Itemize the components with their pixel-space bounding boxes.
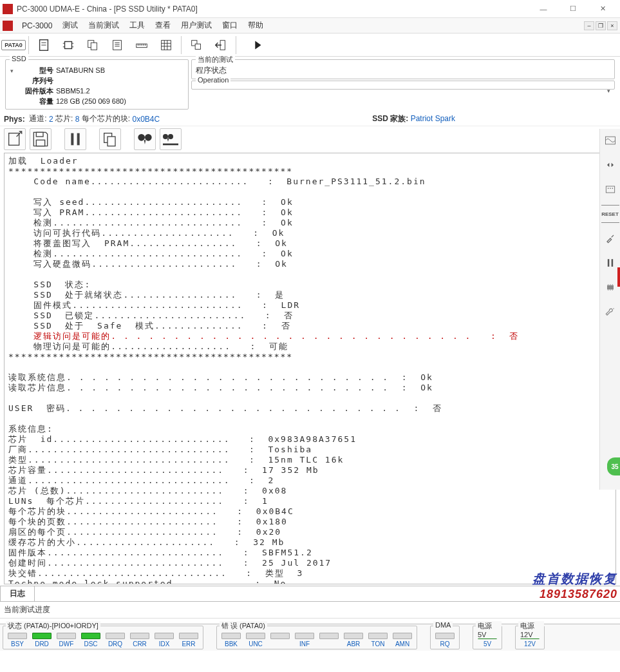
- svg-point-38: [607, 188, 608, 189]
- probe-icon[interactable]: [601, 229, 619, 247]
- chip-icon[interactable]: [57, 35, 79, 55]
- oscilloscope-icon[interactable]: [601, 131, 619, 149]
- menu-help[interactable]: 帮助: [243, 18, 268, 33]
- status-group-error: 错 误 (PATA0) BBKUNCINFABRTONAMN: [216, 626, 417, 649]
- find-icon[interactable]: [134, 128, 156, 150]
- dropdown-icon[interactable]: ▾: [604, 86, 613, 95]
- led-label: TON: [371, 640, 385, 648]
- tab-log[interactable]: 日志: [0, 586, 35, 601]
- led-label: ERR: [182, 640, 195, 648]
- led-TON: TON: [366, 633, 390, 648]
- main-toolbar: PATA0: [0, 34, 620, 57]
- ruler-icon[interactable]: [131, 35, 153, 55]
- copy-icon[interactable]: [99, 128, 121, 150]
- led-label: DRQ: [108, 640, 122, 648]
- led-label: CRR: [133, 640, 147, 648]
- find-next-icon[interactable]: [160, 128, 182, 150]
- led-indicator: [57, 633, 76, 639]
- watermark-line2: 18913587620: [532, 588, 617, 601]
- ssd-family-link[interactable]: Patriot Spark: [411, 114, 455, 123]
- green-badge[interactable]: 35: [607, 457, 620, 475]
- model-label: 型号: [17, 65, 56, 75]
- menu-tools[interactable]: 工具: [124, 18, 150, 33]
- current-test-box: 当前的测试 程序状态: [191, 59, 615, 79]
- menu-test[interactable]: 测试: [57, 18, 83, 33]
- led-DSC: DSC: [79, 633, 102, 648]
- current-test-legend: 当前的测试: [196, 55, 235, 64]
- pause-side-icon[interactable]: [601, 254, 619, 272]
- grid-icon[interactable]: [155, 35, 177, 55]
- minimize-button[interactable]: —: [529, 0, 558, 18]
- chip-side-icon[interactable]: [601, 278, 619, 296]
- ssd-family-label: SSD 家族:: [372, 114, 408, 123]
- svg-point-39: [610, 188, 611, 189]
- maximize-button[interactable]: ☐: [558, 0, 588, 18]
- cap-value: 128 GB (250 069 680): [56, 96, 126, 106]
- list-icon[interactable]: [106, 35, 128, 55]
- block-link[interactable]: 0x0B4C: [132, 115, 160, 124]
- led-indicator: [130, 633, 149, 639]
- led-IDX: IDX: [153, 633, 176, 648]
- close-button[interactable]: ✕: [588, 0, 617, 18]
- red-edge-indicator: [617, 267, 620, 287]
- svg-rect-20: [162, 40, 171, 50]
- svg-rect-41: [607, 259, 609, 267]
- led-BBK: BBK: [220, 633, 243, 648]
- led-label: 5V: [484, 640, 491, 648]
- export-icon[interactable]: [4, 128, 26, 150]
- play-button[interactable]: [247, 35, 268, 55]
- chip-link[interactable]: 8: [75, 115, 80, 124]
- pata0-button[interactable]: PATA0: [3, 35, 24, 55]
- progress-label: 当前测试进度: [0, 602, 620, 619]
- windows-icon[interactable]: [185, 35, 207, 55]
- svg-rect-9: [91, 43, 97, 50]
- mdi-minimize[interactable]: –: [584, 21, 594, 30]
- document-icon[interactable]: [33, 35, 55, 55]
- power12v-legend: 电源 12V: [518, 621, 544, 638]
- svg-rect-42: [611, 259, 613, 267]
- led-indicator: [295, 633, 314, 639]
- right-toolbar: RESET: [599, 129, 620, 490]
- current-test-value: 程序状态: [196, 65, 610, 76]
- led-indicator: [155, 633, 174, 639]
- fw-value: SBBM51.2: [56, 86, 90, 96]
- led-indicator: [81, 633, 100, 639]
- menu-app[interactable]: PC-3000: [17, 19, 57, 32]
- menu-view[interactable]: 查看: [150, 18, 176, 33]
- svg-rect-3: [65, 41, 72, 48]
- menu-user-test[interactable]: 用户测试: [176, 18, 217, 33]
- reset-button[interactable]: RESET: [601, 205, 619, 223]
- svg-rect-30: [36, 140, 44, 146]
- log-text-red: 逻辑访问是可能的. . . . . . . . . . . . . . . . …: [8, 331, 612, 341]
- led-label: BSY: [11, 640, 24, 648]
- menu-current-test[interactable]: 当前测试: [83, 18, 124, 33]
- fw-label: 固件版本: [17, 86, 56, 96]
- dropdown-icon[interactable]: ▾: [7, 66, 16, 75]
- led-indicator: [344, 633, 363, 639]
- svg-rect-29: [36, 132, 43, 137]
- led-indicator: [368, 633, 388, 639]
- save-icon[interactable]: [30, 128, 52, 150]
- led-label: ABR: [347, 640, 361, 648]
- svg-rect-32: [77, 133, 80, 145]
- led-label: DWF: [59, 640, 74, 648]
- led-indicator: [106, 633, 125, 639]
- exit-icon[interactable]: [210, 35, 232, 55]
- wrench-icon[interactable]: [601, 303, 619, 321]
- copy-icon[interactable]: [82, 35, 104, 55]
- pause-icon[interactable]: [64, 128, 86, 150]
- status-group-state: 状态 (PATA0)-[PIO0+IORDY] BSYDRDDWFDSCDRQC…: [3, 626, 203, 649]
- phys-bar: Phys: 通道: 2 芯片: 8 每个芯片的块: 0x0B4C SSD 家族:…: [0, 112, 620, 126]
- led-ERR: ERR: [177, 633, 200, 648]
- channel-link[interactable]: 2: [49, 115, 53, 124]
- log-area[interactable]: 加载 Loader ******************************…: [4, 153, 616, 584]
- board-icon[interactable]: [601, 180, 619, 198]
- led-DWF: DWF: [55, 633, 78, 648]
- svg-point-40: [612, 188, 613, 189]
- toggle-icon[interactable]: [601, 156, 619, 174]
- status-group-dma: DMA RQ: [430, 626, 460, 649]
- svg-rect-34: [108, 137, 115, 146]
- menu-window[interactable]: 窗口: [217, 18, 243, 33]
- mdi-close[interactable]: ×: [607, 21, 617, 30]
- mdi-restore[interactable]: ❐: [596, 21, 606, 30]
